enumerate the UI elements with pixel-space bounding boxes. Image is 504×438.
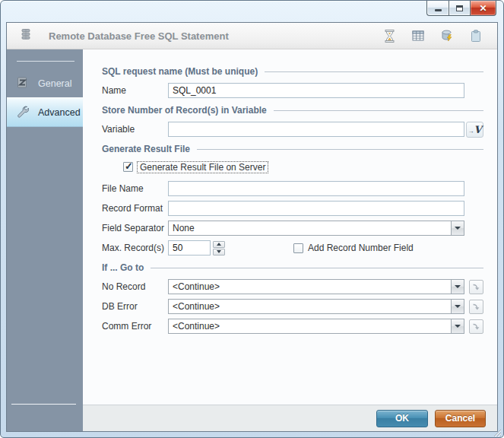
section-divider	[197, 149, 483, 150]
database-server-icon	[20, 28, 32, 43]
window-controls: ✕	[426, 1, 496, 16]
add-record-number-label[interactable]: Add Record Number Field	[308, 243, 414, 253]
dialog-header: Remote Database Free SQL Statement	[7, 23, 497, 49]
field-separator-value: None	[169, 223, 451, 233]
name-input[interactable]	[168, 83, 464, 98]
cancel-button[interactable]: Cancel	[435, 410, 486, 427]
arrow-icon: →	[468, 124, 474, 138]
hourglass-icon[interactable]	[380, 27, 398, 45]
chevron-down-icon[interactable]	[451, 280, 464, 294]
sidebar: General Advanced	[7, 49, 83, 431]
no-record-row: No Record <Continue>	[102, 279, 483, 294]
general-notes-icon	[16, 76, 29, 91]
db-error-label: DB Error	[102, 301, 168, 312]
variable-label: Variable	[102, 124, 168, 135]
section-sql-request-name: SQL request name (Must be unique)	[102, 66, 483, 77]
field-separator-label: Field Separator	[102, 223, 168, 233]
max-records-row: Max. Record(s) Add Record Number Field	[102, 240, 483, 256]
sidebar-divider	[17, 61, 74, 62]
no-record-dropdown[interactable]: <Continue>	[168, 279, 464, 294]
generate-on-server-checkbox[interactable]	[123, 162, 133, 172]
max-records-label: Max. Record(s)	[102, 243, 168, 253]
variable-input[interactable]	[168, 122, 464, 137]
table-icon[interactable]	[409, 27, 427, 45]
no-record-label: No Record	[102, 281, 168, 292]
name-field-row: Name	[102, 83, 483, 98]
chevron-down-icon[interactable]	[451, 221, 464, 235]
record-format-label: Record Format	[102, 203, 168, 214]
db-error-value: <Continue>	[169, 301, 451, 312]
chevron-down-icon[interactable]	[451, 319, 464, 333]
no-record-goto-button[interactable]	[469, 280, 483, 294]
section-divider	[274, 110, 483, 111]
section-if-goto: If ... Go to	[102, 262, 483, 273]
sidebar-bottom-divider	[11, 404, 76, 405]
section-title: Generate Result File	[102, 144, 190, 154]
spin-up-button[interactable]	[213, 241, 225, 248]
comm-error-dropdown[interactable]: <Continue>	[168, 319, 464, 334]
record-format-row: Record Format	[102, 201, 483, 216]
comm-error-value: <Continue>	[169, 321, 451, 332]
file-name-label: File Name	[102, 183, 168, 194]
sidebar-item-label: Advanced	[38, 107, 81, 118]
variable-icon: V	[474, 122, 481, 137]
section-title: Store Number of Record(s) in Variable	[102, 105, 267, 116]
spin-down-button[interactable]	[213, 249, 225, 256]
sidebar-item-general[interactable]: General	[7, 69, 83, 97]
generate-on-server-row: Generate Result File on Server	[123, 160, 483, 173]
dialog-body: Remote Database Free SQL Statement	[6, 22, 498, 432]
advanced-form: SQL request name (Must be unique) Name S…	[83, 49, 497, 405]
comm-error-goto-button[interactable]	[469, 319, 483, 334]
file-name-row: File Name	[102, 181, 483, 196]
max-records-stepper	[213, 241, 225, 256]
field-separator-row: Field Separator None	[102, 221, 483, 236]
section-title: If ... Go to	[102, 262, 144, 273]
record-format-input[interactable]	[168, 201, 464, 216]
max-records-input[interactable]	[168, 240, 211, 256]
comm-error-label: Comm Error	[102, 321, 168, 332]
db-error-row: DB Error <Continue>	[102, 299, 483, 314]
maximize-icon	[456, 5, 463, 11]
variable-field-row: Variable →V	[102, 122, 483, 137]
dialog-window: ✕ Remote Database Free SQL Statement	[0, 0, 504, 438]
section-title: SQL request name (Must be unique)	[102, 66, 258, 77]
section-divider	[265, 71, 483, 72]
add-record-number-checkbox[interactable]	[293, 243, 303, 253]
db-error-dropdown[interactable]: <Continue>	[168, 299, 464, 314]
db-error-goto-button[interactable]	[469, 300, 483, 314]
section-store-variable: Store Number of Record(s) in Variable	[102, 105, 483, 116]
ok-button[interactable]: OK	[376, 410, 428, 427]
comm-error-row: Comm Error <Continue>	[102, 319, 483, 334]
generate-on-server-label[interactable]: Generate Result File on Server	[138, 162, 268, 173]
section-divider	[151, 268, 483, 268]
dialog-footer: OK Cancel	[83, 405, 497, 431]
resize-grip[interactable]	[492, 427, 502, 436]
maximize-button[interactable]	[449, 1, 471, 16]
close-icon: ✕	[479, 3, 487, 14]
minimize-button[interactable]	[426, 1, 449, 16]
sidebar-item-advanced[interactable]: Advanced	[7, 97, 83, 127]
wrench-icon	[16, 105, 29, 120]
goto-arrow-icon	[472, 283, 480, 291]
clipboard-icon[interactable]	[467, 27, 485, 45]
name-label: Name	[102, 85, 168, 96]
database-run-icon[interactable]	[438, 27, 456, 45]
field-separator-dropdown[interactable]: None	[168, 221, 464, 236]
insert-variable-button[interactable]: →V	[466, 122, 483, 138]
goto-arrow-icon	[472, 303, 480, 311]
page-title: Remote Database Free SQL Statement	[49, 30, 229, 42]
sidebar-item-label: General	[38, 78, 71, 89]
goto-arrow-icon	[472, 322, 480, 331]
file-name-input[interactable]	[168, 181, 464, 196]
close-button[interactable]: ✕	[471, 1, 496, 16]
section-generate-result-file: Generate Result File	[102, 144, 483, 154]
minimize-icon	[435, 9, 442, 11]
no-record-value: <Continue>	[169, 281, 451, 292]
chevron-down-icon[interactable]	[451, 300, 464, 313]
